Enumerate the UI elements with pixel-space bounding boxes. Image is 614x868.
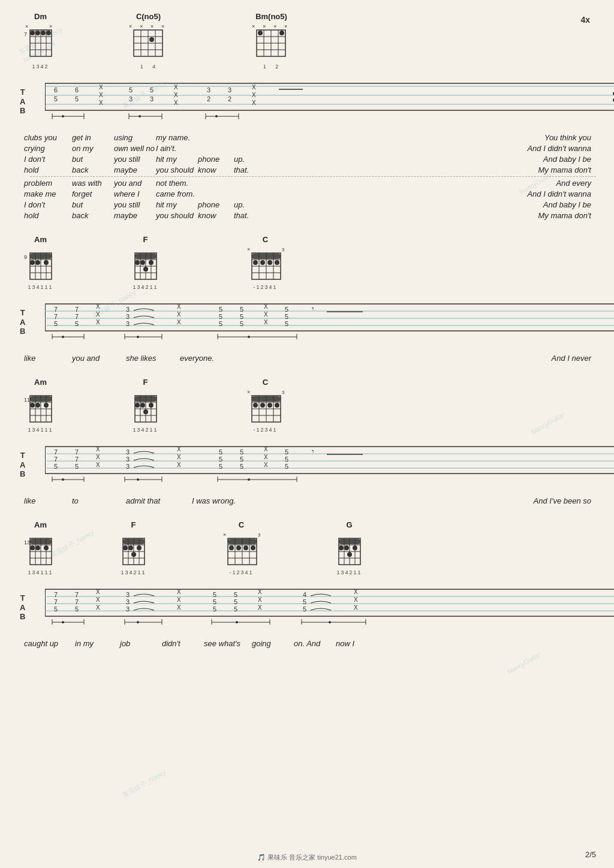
svg-text:X: X — [99, 92, 103, 98]
chord-bmno5: Bm(no5) × × × × — [252, 12, 291, 70]
svg-text:3: 3 — [126, 591, 130, 598]
svg-text:5: 5 — [219, 448, 222, 456]
lyrics-line-7: I don't but you still hit my phone up. A… — [24, 200, 596, 209]
svg-point-302 — [353, 545, 357, 550]
svg-point-91 — [35, 260, 40, 265]
chord-dm-fingers: 1342 — [24, 64, 57, 70]
svg-rect-175 — [30, 396, 52, 402]
lyrics-line-5: problem was with you and not them. And e… — [24, 179, 596, 188]
svg-point-291 — [251, 545, 255, 550]
svg-text:X: X — [264, 311, 268, 318]
lyric-hit-my-2: hit my — [156, 200, 198, 209]
chord-c-1-diagram: × 3 — [246, 246, 285, 283]
svg-text:3: 3 — [126, 320, 130, 327]
chord-f-3-name: F — [131, 520, 136, 529]
svg-point-105 — [143, 267, 148, 272]
lyric-but-2: but — [72, 200, 114, 209]
watermark-8: 英音妹子_Nancy — [121, 768, 168, 800]
lyrics-line-caught-up: caught up in my job didn't see what's go… — [24, 639, 596, 648]
svg-point-245 — [62, 478, 64, 481]
svg-text:5: 5 — [240, 306, 243, 313]
svg-text:3: 3 — [126, 598, 130, 605]
svg-text:×: × — [252, 23, 255, 29]
tab-section-4: T A B 7 7 5 7 7 5 X X X — [18, 580, 596, 634]
chord-c-3: C × 3 -12341 — [222, 520, 261, 575]
lyric-divider-1 — [30, 176, 596, 177]
lyric-i-dont-2: I don't — [24, 200, 72, 209]
lyric-back-2: back — [72, 211, 114, 220]
chord-g-fingers: 134211 — [336, 569, 362, 575]
lyrics-line-like: like you and she likes everyone. And I n… — [24, 354, 596, 363]
lyric-didnt: didn't — [162, 639, 204, 648]
chord-am-3-name: Am — [34, 520, 47, 529]
chord-f-2-name: F — [143, 378, 148, 387]
svg-text:X: X — [264, 462, 268, 468]
svg-text:X: X — [252, 84, 256, 91]
svg-text:5: 5 — [75, 95, 79, 103]
lyric-was-with: was with — [72, 179, 114, 188]
svg-rect-115 — [252, 254, 281, 259]
svg-point-73 — [62, 115, 64, 117]
svg-point-10 — [35, 31, 40, 35]
lyric-phone-2: phone — [198, 200, 234, 209]
svg-text:X: X — [96, 604, 100, 611]
svg-text:X: X — [96, 319, 100, 326]
lyric-came-from: came from. — [156, 189, 198, 198]
svg-text:X: X — [177, 589, 181, 595]
lyric-hold-2: hold — [24, 211, 72, 220]
chord-am-3-fingers: 134111 — [28, 569, 53, 575]
chord-row-3: Am 11 134111 — [18, 378, 596, 433]
svg-point-189 — [140, 403, 145, 408]
svg-text:5: 5 — [75, 463, 79, 470]
svg-text:7: 7 — [75, 448, 79, 456]
lyrics-section-2: like you and she likes everyone. And I n… — [18, 354, 596, 363]
svg-text:7: 7 — [54, 313, 58, 320]
tab-a-2: A — [20, 317, 25, 327]
lyric-problem: problem — [24, 179, 72, 188]
svg-text:5: 5 — [54, 95, 58, 103]
page: 英音妹子_NancyNancyGuitar 英音妹子_Nancy NancyGu… — [0, 0, 614, 868]
chord-g-name: G — [346, 520, 352, 529]
svg-text:9: 9 — [24, 254, 27, 260]
chord-am-1-fingers: 134111 — [28, 284, 53, 290]
chord-c-3-fingers: -12341 — [229, 569, 253, 575]
svg-text:5: 5 — [285, 313, 288, 320]
chord-row-1: Dm × × — [18, 12, 596, 70]
lyric-know-2: know — [198, 211, 234, 220]
lyric-like-2: like — [24, 496, 72, 505]
svg-text:5: 5 — [54, 320, 58, 327]
lyric-on-and: on. And — [294, 639, 336, 648]
lyric-clubs-you: clubs you — [24, 133, 72, 142]
svg-text:5: 5 — [129, 86, 133, 94]
svg-text:×: × — [129, 23, 132, 29]
svg-text:5: 5 — [240, 320, 243, 327]
tab-section-3: T A B 7 7 5 7 7 5 X X X 3 — [18, 438, 596, 492]
svg-text:×: × — [49, 23, 52, 29]
lyric-you-and: you and — [114, 179, 156, 188]
svg-text:X: X — [99, 84, 103, 91]
chord-am-1: Am 9 134111 — [24, 235, 57, 290]
lyric-back-1: back — [72, 165, 114, 174]
svg-point-348 — [137, 621, 139, 623]
svg-text:5: 5 — [150, 86, 154, 94]
chord-f-1: F 134211 — [129, 235, 162, 290]
lyric-maybe-1: maybe — [114, 165, 156, 174]
lyrics-line-1: clubs you get in using my name. You thin… — [24, 133, 596, 142]
svg-point-118 — [267, 260, 272, 265]
lyrics-section-4: caught up in my job didn't see what's go… — [18, 639, 596, 648]
svg-rect-299 — [339, 539, 360, 544]
svg-text:7: 7 — [54, 456, 58, 463]
chord-f-1-fingers: 134211 — [133, 284, 158, 290]
tab-label-4: T A B — [20, 593, 25, 622]
svg-text:7: 7 — [54, 598, 58, 605]
lyric-where-i: where I — [114, 189, 156, 198]
svg-text:X: X — [354, 604, 358, 611]
chord-bmno5-fingers: 1 2 — [252, 64, 291, 70]
lyric-job: job — [120, 639, 162, 648]
section-3: Am 11 134111 — [18, 378, 596, 505]
chord-f-3: F 134211 — [117, 520, 150, 575]
svg-text:X: X — [264, 303, 268, 310]
repeat-4x: 4x — [580, 12, 596, 25]
chord-cno5-fingers: 1 4 — [129, 64, 168, 70]
lyric-i-dont-1: I don't — [24, 155, 72, 164]
